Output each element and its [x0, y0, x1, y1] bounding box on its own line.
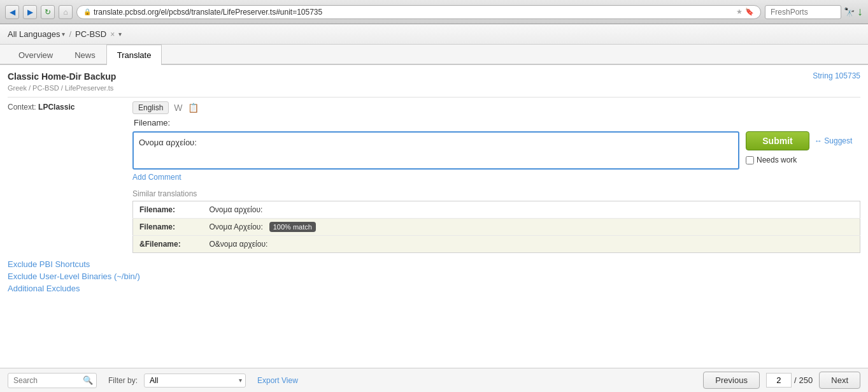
project-label: PC-BSD: [75, 29, 106, 39]
binoculars-icon: 🔭: [844, 7, 855, 17]
translation-area: Context: LPClassic English W 📋 Filename:…: [8, 101, 860, 253]
footer: 🔍 Filter by: AllTranslatedUntranslatedNe…: [0, 368, 868, 392]
forward-button[interactable]: ▶: [23, 5, 37, 19]
page-content: String 105735 Classic Home-Dir Backup Gr…: [0, 65, 868, 253]
filter-wrapper: AllTranslatedUntranslatedNeeds work ▾: [144, 374, 246, 388]
wikipedia-icon[interactable]: W: [174, 103, 182, 113]
project-dropdown-arrow: ▾: [118, 31, 122, 38]
similar-row: Filename:Ονομα αρχείου:: [133, 201, 860, 219]
source-field-label: Filename:: [134, 118, 170, 127]
all-languages-selector[interactable]: All Languages ▾: [8, 29, 65, 39]
suggest-link[interactable]: ↔ Suggest: [815, 136, 852, 145]
star-icon[interactable]: ★: [736, 8, 743, 16]
submit-button[interactable]: Submit: [746, 131, 809, 150]
breadcrumb-path: Greek / PC-BSD / LifePreserver.ts: [8, 84, 860, 92]
context-label: Context:: [8, 103, 36, 112]
bookmark-icon[interactable]: 🔖: [745, 8, 754, 16]
download-icon: ↓: [857, 5, 863, 18]
lang-selector-row: English W 📋: [132, 101, 860, 114]
top-nav: All Languages ▾ / PC-BSD × ▾: [0, 24, 868, 45]
project-selector: PC-BSD × ▾: [75, 29, 122, 39]
page-separator: /: [794, 375, 797, 385]
back-button[interactable]: ◀: [5, 5, 19, 19]
similar-row: Filename:Ονομα Αρχείου:100% match: [133, 219, 860, 236]
page-number-input[interactable]: [766, 373, 792, 388]
translation-panel: English W 📋 Filename: Submit ↔ Suggest N…: [132, 101, 860, 253]
previous-button[interactable]: Previous: [703, 372, 760, 389]
match-badge: 100% match: [269, 222, 316, 232]
browser-search-area: 🔭 ↓: [765, 5, 863, 19]
similar-key: &Filename:: [133, 236, 203, 253]
action-panel: Submit ↔ Suggest Needs work: [746, 131, 860, 164]
url-text: translate.pcbsd.org/el/pcbsd/translate/L…: [94, 8, 322, 17]
divider: [8, 97, 860, 98]
home-button[interactable]: ⌂: [59, 5, 73, 19]
tab-translate[interactable]: Translate: [106, 45, 162, 65]
browser-chrome: ◀ ▶ ↻ ⌂ 🔒 translate.pcbsd.org/el/pcbsd/t…: [0, 0, 868, 24]
browser-search-input[interactable]: [765, 5, 841, 19]
add-comment-link[interactable]: Add Comment: [132, 173, 181, 182]
similar-value[interactable]: Ονομα Αρχείου:100% match: [203, 219, 860, 236]
tab-overview[interactable]: Overview: [8, 45, 64, 65]
similar-translations-table: Filename:Ονομα αρχείου:Filename:Ονομα Αρ…: [132, 201, 860, 253]
lang-tag: English: [132, 101, 169, 114]
similar-value[interactable]: Ονομα αρχείου:: [203, 201, 860, 219]
all-languages-label: All Languages: [8, 29, 60, 39]
similar-label: Similar translations: [132, 189, 860, 198]
similar-key: Filename:: [133, 219, 203, 236]
needs-work-checkbox[interactable]: [746, 156, 754, 164]
link-additional[interactable]: Additional Excludes: [8, 284, 860, 293]
lock-icon: 🔒: [83, 8, 91, 15]
lang-dropdown-arrow: ▾: [62, 31, 65, 38]
project-close-button[interactable]: ×: [109, 30, 116, 39]
links-section: Exclude PBI Shortcuts Exclude User-Level…: [0, 253, 868, 302]
next-button[interactable]: Next: [819, 372, 860, 389]
reload-button[interactable]: ↻: [41, 5, 55, 19]
similar-key: Filename:: [133, 201, 203, 219]
context-value: LPClassic: [38, 103, 75, 112]
breadcrumb-separator: /: [69, 29, 71, 39]
needs-work-row: Needs work: [746, 156, 797, 164]
translation-textarea[interactable]: [132, 131, 739, 170]
needs-work-label: Needs work: [757, 156, 797, 164]
link-exclude-user[interactable]: Exclude User-Level Binaries (~/bin/): [8, 272, 860, 281]
link-exclude-pbi[interactable]: Exclude PBI Shortcuts: [8, 259, 860, 269]
source-text: Filename:: [132, 118, 860, 127]
filter-label: Filter by:: [108, 376, 138, 385]
translation-input-wrapper: Submit ↔ Suggest Needs work: [132, 131, 860, 170]
filter-select[interactable]: AllTranslatedUntranslatedNeeds work: [144, 374, 246, 388]
total-pages: 250: [799, 375, 813, 385]
search-icon: 🔍: [83, 375, 93, 385]
export-link[interactable]: Export View: [257, 376, 298, 385]
string-id: String 105735: [813, 71, 860, 80]
similar-value[interactable]: Ο&νομα αρχείου:: [203, 236, 860, 253]
search-wrapper: 🔍: [8, 373, 97, 388]
context-panel: Context: LPClassic: [8, 101, 122, 253]
address-bar: 🔒 translate.pcbsd.org/el/pcbsd/translate…: [76, 5, 761, 19]
page-header: String 105735 Classic Home-Dir Backup Gr…: [8, 71, 860, 92]
breadcrumb-top: All Languages ▾ / PC-BSD × ▾: [8, 29, 122, 39]
copy-icon[interactable]: 📋: [188, 103, 199, 113]
similar-row: &Filename:Ο&νομα αρχείου:: [133, 236, 860, 253]
tab-bar: Overview News Translate: [0, 45, 868, 65]
tab-news[interactable]: News: [64, 45, 106, 65]
page-title: Classic Home-Dir Backup: [8, 71, 860, 82]
page-indicator: / 250: [766, 373, 813, 388]
